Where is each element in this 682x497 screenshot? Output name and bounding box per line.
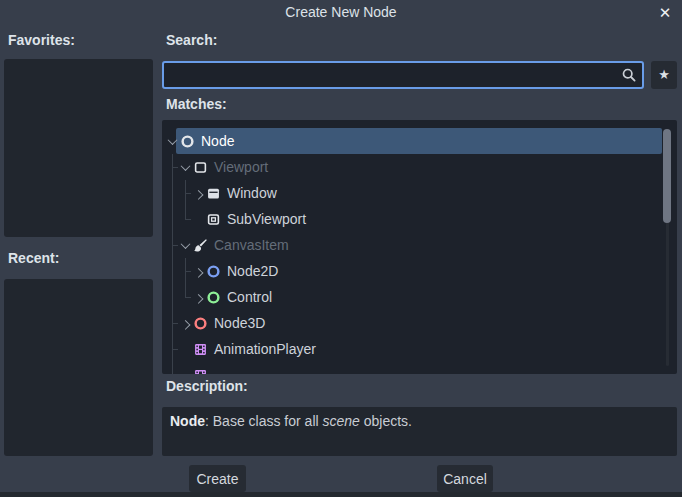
search-input[interactable] <box>162 61 644 89</box>
film-node-icon <box>192 367 208 374</box>
node3d-node-icon <box>192 315 208 331</box>
chevron-right-icon[interactable] <box>179 310 192 336</box>
tree-item-clipped[interactable] <box>162 362 677 374</box>
tree-item-window[interactable]: Window <box>162 180 677 206</box>
tree-item-control[interactable]: Control <box>162 284 677 310</box>
tree-item-canvasitem[interactable]: CanvasItem <box>162 232 677 258</box>
chevron-right-icon[interactable] <box>192 258 205 284</box>
tree-item-label: SubViewport <box>227 211 306 227</box>
chevron-down-icon[interactable] <box>166 128 179 154</box>
chevron-spacer <box>179 336 192 362</box>
recent-list[interactable] <box>4 279 153 456</box>
tree-item-label: CanvasItem <box>214 237 289 253</box>
recent-label: Recent: <box>8 250 59 266</box>
title-bar: Create New Node ✕ <box>0 0 682 26</box>
chevron-right-icon[interactable] <box>192 180 205 206</box>
selection-highlight <box>176 128 662 154</box>
chevron-down-icon[interactable] <box>179 232 192 258</box>
description-italic-text: scene <box>323 413 360 429</box>
dialog-bottom-edge <box>0 492 682 497</box>
tree-rows: NodeViewportWindowSubViewportCanvasItemN… <box>162 128 677 374</box>
matches-tree: NodeViewportWindowSubViewportCanvasItemN… <box>162 120 677 374</box>
matches-label: Matches: <box>166 96 227 112</box>
node2d-node-icon <box>205 263 221 279</box>
tree-item-label: Control <box>227 289 272 305</box>
create-button[interactable]: Create <box>189 465 246 492</box>
favorite-star-button[interactable]: ★ <box>651 61 677 89</box>
search-label: Search: <box>166 32 217 48</box>
viewport-node-icon <box>192 159 208 175</box>
tree-item-node[interactable]: Node <box>162 128 677 154</box>
tree-item-label: AnimationPlayer <box>214 341 316 357</box>
chevron-spacer <box>192 206 205 232</box>
tree-item-node3d[interactable]: Node3D <box>162 310 677 336</box>
dialog-title: Create New Node <box>0 4 682 20</box>
description-text: : Base class for all <box>205 413 323 429</box>
control-node-icon <box>205 289 221 305</box>
tree-item-subviewport[interactable]: SubViewport <box>162 206 677 232</box>
subviewport-node-icon <box>205 211 221 227</box>
tree-item-label: Window <box>227 185 277 201</box>
tree-item-node2d[interactable]: Node2D <box>162 258 677 284</box>
description-label: Description: <box>166 378 248 394</box>
description-box: Node: Base class for all scene objects. <box>162 407 677 456</box>
close-icon[interactable]: ✕ <box>655 3 675 23</box>
chevron-down-icon[interactable] <box>179 154 192 180</box>
tree-item-label: Viewport <box>214 159 268 175</box>
description-text-end: objects. <box>360 413 412 429</box>
cancel-button[interactable]: Cancel <box>437 465 493 492</box>
tree-item-label: Node3D <box>214 315 265 331</box>
favorites-label: Favorites: <box>8 32 75 48</box>
description-class-name: Node <box>170 413 205 429</box>
canvasitem-node-icon <box>192 237 208 253</box>
animationplayer-node-icon <box>192 341 208 357</box>
tree-item-viewport[interactable]: Viewport <box>162 154 677 180</box>
tree-item-label: Node <box>201 133 234 149</box>
chevron-right-icon[interactable] <box>192 284 205 310</box>
chevron-spacer <box>179 362 192 374</box>
tree-scrollbar-thumb[interactable] <box>663 129 671 223</box>
node-node-icon <box>179 133 195 149</box>
favorites-list[interactable] <box>4 59 153 237</box>
tree-item-animationplayer[interactable]: AnimationPlayer <box>162 336 677 362</box>
window-node-icon <box>205 185 221 201</box>
create-new-node-dialog: Create New Node ✕ Favorites: Recent: Sea… <box>0 0 682 497</box>
tree-item-label: Node2D <box>227 263 278 279</box>
